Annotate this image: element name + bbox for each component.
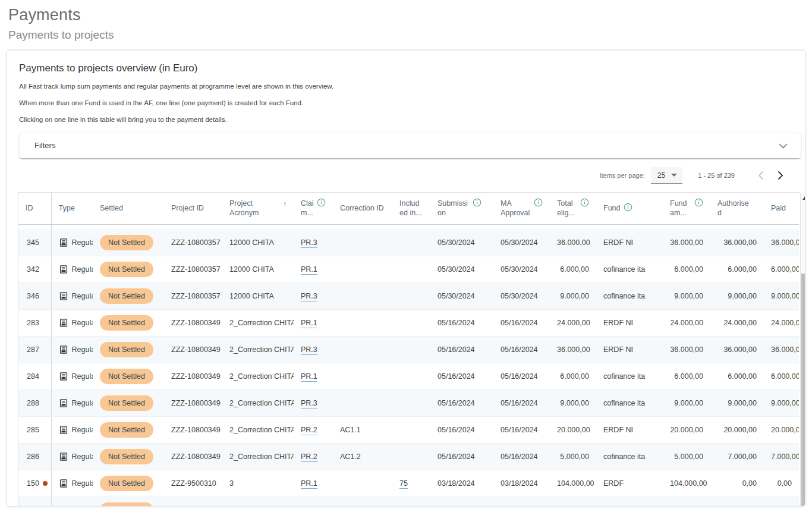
ma-approval-date-cell: 05/16/2024: [493, 417, 550, 444]
column-label: Correction ID: [340, 204, 384, 213]
vertical-scrollbar[interactable]: [800, 193, 805, 506]
project-acronym-cell: 3: [222, 497, 294, 506]
claim-link[interactable]: PR.3: [301, 345, 317, 355]
project-id-cell: ZZZ-10800349: [164, 390, 222, 417]
overview-title: Payments to projects overview (in Euro): [19, 62, 793, 74]
column-header-projectId[interactable]: Project ID: [164, 193, 222, 225]
regular-payment-icon: [59, 238, 68, 247]
authorised-cell: 9.000,00: [710, 283, 764, 310]
table-row[interactable]: 342 Regular Not Settled ZZZ-10800357 120…: [18, 256, 799, 283]
ma-approval-date-cell: 05/30/2024: [493, 256, 550, 283]
ma-approval-date-cell: 03/21/2024: [493, 497, 550, 506]
claim-link[interactable]: PR.2: [301, 453, 317, 462]
project-acronym-cell: 2_Correction CHITA: [222, 363, 294, 390]
info-icon[interactable]: [473, 198, 481, 207]
regular-payment-icon: [59, 345, 68, 354]
info-icon[interactable]: [317, 198, 326, 207]
column-header-includedIn[interactable]: Included in...: [392, 193, 430, 225]
project-id-cell: ZZZ-10800357: [164, 256, 222, 283]
fund-amount-cell: 104.000,00: [663, 470, 710, 497]
column-header-submission[interactable]: Submission: [430, 193, 493, 225]
project-id-cell: ZZZ-9500310: [164, 497, 222, 506]
scrollbar-thumb[interactable]: [801, 274, 805, 506]
next-page-button[interactable]: [770, 165, 791, 186]
submission-date-cell: 03/18/2024: [430, 497, 493, 506]
project-id-cell: ZZZ-10800349: [164, 337, 222, 363]
scroll-up-button[interactable]: [801, 194, 805, 202]
info-icon[interactable]: [694, 198, 703, 207]
paginator: Items per page: 25 1 - 25 of 239: [7, 159, 805, 192]
column-header-authorised[interactable]: Authorised: [710, 193, 764, 225]
payment-id: 285: [27, 426, 39, 434]
claim-link[interactable]: PR.1: [301, 265, 317, 275]
regular-payment-icon: [59, 479, 68, 488]
project-id-cell: ZZZ-10800349: [164, 363, 222, 390]
submission-date-cell: 05/16/2024: [430, 444, 493, 470]
claim-link[interactable]: PR.2: [301, 426, 317, 435]
table-row[interactable]: 150 Regular Not Settled ZZZ-9500310 3 PR…: [18, 470, 799, 497]
submission-date-cell: 03/18/2024: [430, 470, 493, 497]
fund-cell: ERDF NI: [596, 310, 663, 337]
info-icon[interactable]: [580, 198, 589, 207]
column-header-id[interactable]: ID: [18, 193, 51, 225]
items-per-page-select[interactable]: 25: [651, 167, 682, 184]
correction-id-cell: [333, 497, 392, 506]
authorised-cell: 9.000,00: [710, 390, 764, 417]
column-header-settled[interactable]: Settled: [93, 193, 164, 225]
column-label: ID: [26, 204, 33, 213]
info-icon[interactable]: [534, 198, 543, 207]
table-row[interactable]: 346 Regular Not Settled ZZZ-10800357 120…: [18, 283, 799, 310]
column-label: Settled: [100, 204, 123, 213]
fund-amount-cell: 24.000,00: [663, 310, 710, 337]
total-eligible-cell: 9.000,00: [550, 390, 596, 417]
claim-link[interactable]: PR.1: [301, 372, 317, 382]
claim-link[interactable]: PR.3: [301, 292, 317, 301]
payment-id: 346: [27, 292, 39, 300]
regular-payment-icon: [59, 291, 68, 301]
previous-page-button[interactable]: [750, 165, 770, 186]
included-in-link[interactable]: 75: [399, 479, 408, 489]
table-row[interactable]: 158 Regular Not Settled ZZZ-9500310 3 PR…: [18, 497, 799, 506]
claim-link[interactable]: PR.1: [301, 479, 317, 489]
table-row[interactable]: 288 Regular Not Settled ZZZ-10800349 2_C…: [18, 390, 799, 417]
column-header-fundAm[interactable]: Fund am...: [663, 193, 710, 225]
page-title: Payments: [8, 6, 804, 24]
payment-id: 150: [27, 479, 39, 488]
authorised-cell: 36.000,00: [710, 337, 764, 363]
claim-link[interactable]: PR.1: [301, 319, 317, 328]
info-icon[interactable]: [624, 203, 632, 212]
fund-cell: cofinance ita: [596, 283, 663, 310]
column-header-claim[interactable]: Claim...: [294, 193, 333, 225]
table-row[interactable]: 283 Regular Not Settled ZZZ-10800349 2_C…: [18, 310, 799, 337]
payment-type-label: Regular: [72, 319, 93, 327]
correction-id-cell: [333, 390, 392, 417]
column-label: Authorised: [717, 199, 749, 218]
column-label: Project Acronym: [229, 199, 280, 218]
table-row[interactable]: 284 Regular Not Settled ZZZ-10800349 2_C…: [18, 363, 799, 390]
settled-status-badge: Not Settled: [100, 395, 153, 411]
table-row[interactable]: 345 Regular Not Settled ZZZ-10800357 120…: [18, 230, 799, 256]
table-row[interactable]: 285 Regular Not Settled ZZZ-10800349 2_C…: [18, 417, 799, 444]
table-row[interactable]: 286 Regular Not Settled ZZZ-10800349 2_C…: [18, 444, 799, 470]
filters-accordion[interactable]: Filters: [19, 133, 801, 159]
column-header-paid[interactable]: Paid: [764, 193, 799, 225]
authorised-cell: 0,00: [710, 470, 764, 497]
total-eligible-cell: 6.000,00: [550, 363, 596, 390]
claim-link[interactable]: PR.3: [301, 238, 317, 248]
column-header-correctionId[interactable]: Correction ID: [333, 193, 392, 225]
fund-amount-cell: 6.000,00: [663, 363, 710, 390]
fund-amount-cell: 5.000,00: [663, 444, 710, 470]
column-header-type[interactable]: Type: [51, 193, 93, 225]
column-header-fund[interactable]: Fund: [596, 193, 663, 225]
regular-payment-icon: [59, 372, 68, 381]
fund-amount-cell: 6.000,00: [663, 256, 710, 283]
claim-link[interactable]: PR.3: [301, 399, 317, 409]
table-row[interactable]: 287 Regular Not Settled ZZZ-10800349 2_C…: [18, 337, 799, 363]
column-header-maApproval[interactable]: MA Approval: [493, 193, 550, 225]
project-acronym-cell: 2_Correction CHITA: [222, 417, 294, 444]
fund-cell: cofinance ita: [596, 363, 663, 390]
payment-id: 287: [27, 345, 39, 354]
column-header-totalElig[interactable]: Total elig...: [550, 193, 596, 225]
column-header-acronym[interactable]: Project Acronym ↑: [222, 193, 294, 225]
settled-status-badge: Not Settled: [100, 449, 153, 464]
